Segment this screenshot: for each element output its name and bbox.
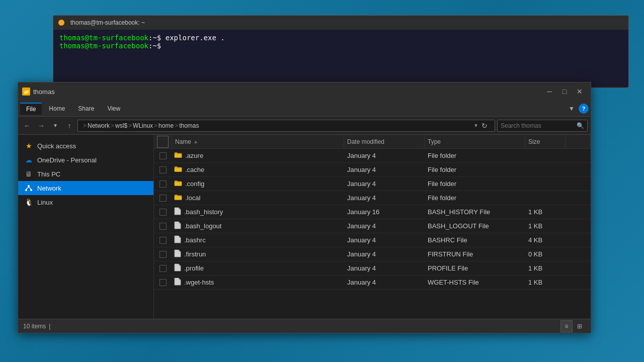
- search-box[interactable]: 🔍: [497, 120, 588, 132]
- refresh-button[interactable]: ↻: [478, 120, 491, 132]
- up-button[interactable]: ↑: [63, 120, 75, 132]
- breadcrumb-wlinux[interactable]: WLinux: [133, 122, 153, 129]
- breadcrumb-home[interactable]: home: [158, 122, 174, 129]
- terminal-body: thomas@tm-surfacebook:~$ explorer.exe . …: [53, 30, 628, 54]
- address-bar: ← → ▼ ↑ > Network > wsl$ > WLinux > home…: [18, 117, 591, 135]
- file-date: January 4: [344, 194, 425, 202]
- table-row[interactable]: .bash_history January 16 BASH_HISTORY Fi…: [154, 205, 591, 219]
- row-checkbox[interactable]: [159, 180, 167, 188]
- row-checkbox[interactable]: [159, 223, 167, 230]
- file-icon: [174, 235, 181, 245]
- row-checkbox[interactable]: [159, 251, 167, 258]
- row-checkbox[interactable]: [159, 209, 167, 216]
- table-row[interactable]: .azure January 4 File folder: [154, 149, 591, 163]
- row-checkbox-cell: [154, 195, 172, 202]
- ribbon-expand-button[interactable]: ▼: [566, 103, 578, 115]
- sidebar-label-quick-access: Quick access: [37, 142, 76, 150]
- sidebar-item-onedrive[interactable]: ☁ OneDrive - Personal: [18, 153, 153, 167]
- row-checkbox[interactable]: [159, 152, 167, 159]
- select-all-checkbox[interactable]: [157, 136, 169, 148]
- table-row[interactable]: .bash_logout January 4 BASH_LOGOUT File …: [154, 219, 591, 233]
- recent-button[interactable]: ▼: [49, 120, 61, 132]
- row-checkbox[interactable]: [159, 166, 167, 173]
- row-checkbox[interactable]: [159, 265, 167, 272]
- file-type: File folder: [425, 180, 525, 188]
- tiles-view-button[interactable]: ⊞: [574, 320, 586, 332]
- breadcrumb-network[interactable]: Network: [88, 122, 110, 129]
- table-row[interactable]: .cache January 4 File folder: [154, 163, 591, 177]
- sidebar-item-quick-access[interactable]: ★ Quick access: [18, 139, 153, 153]
- explorer-titlebar: 📁 thomas ─ □ ✕: [18, 82, 591, 101]
- svg-line-3: [26, 187, 29, 189]
- close-button[interactable]: ✕: [573, 84, 587, 99]
- minimize-button[interactable]: ─: [542, 84, 556, 99]
- type-header-label: Type: [428, 138, 441, 145]
- file-date: January 4: [344, 222, 425, 230]
- file-name-cell: .local: [172, 194, 344, 202]
- terminal-prompt-2: thomas@tm-surfacebook: [59, 42, 148, 50]
- terminal-line-1: thomas@tm-surfacebook:~$ explorer.exe .: [59, 34, 622, 42]
- svg-point-2: [30, 189, 32, 191]
- row-checkbox-cell: [154, 180, 172, 188]
- file-name-cell: .bash_logout: [172, 221, 344, 231]
- row-checkbox-cell: [154, 209, 172, 216]
- file-list: Name ▲ Date modified Type Size: [154, 135, 591, 319]
- size-header[interactable]: Size: [525, 135, 566, 148]
- breadcrumb-wsl[interactable]: wsl$: [115, 122, 127, 129]
- file-size: 1 KB: [525, 264, 566, 272]
- table-row[interactable]: .local January 4 File folder: [154, 191, 591, 205]
- maximize-button[interactable]: □: [557, 84, 572, 99]
- file-icon: [174, 278, 181, 287]
- terminal-titlebar: thomas@tm-surfacebook: ~: [53, 16, 628, 30]
- file-date: January 4: [344, 250, 425, 258]
- file-name: .profile: [184, 264, 204, 272]
- folder-icon: [174, 165, 182, 174]
- address-path[interactable]: > Network > wsl$ > WLinux > home > thoma…: [77, 120, 495, 132]
- tab-file[interactable]: File: [20, 103, 42, 115]
- file-icon: [174, 263, 181, 273]
- search-icon[interactable]: 🔍: [577, 122, 584, 129]
- file-type: BASH_HISTORY File: [425, 208, 525, 216]
- row-checkbox-cell: [154, 166, 172, 173]
- folder-icon: [174, 194, 182, 202]
- file-name: .azure: [185, 152, 203, 159]
- table-row[interactable]: .firstrun January 4 FIRSTRUN File 0 KB: [154, 247, 591, 261]
- tab-view[interactable]: View: [101, 103, 126, 114]
- linux-icon: 🐧: [24, 198, 33, 207]
- size-header-label: Size: [528, 138, 540, 145]
- details-view-button[interactable]: ≡: [560, 320, 573, 332]
- terminal-sep-1: :~$: [148, 34, 161, 42]
- back-button[interactable]: ←: [21, 120, 33, 132]
- date-header[interactable]: Date modified: [344, 135, 425, 148]
- breadcrumb-thomas[interactable]: thomas: [179, 122, 199, 129]
- ribbon-help-button[interactable]: ?: [579, 104, 589, 114]
- row-checkbox[interactable]: [159, 237, 167, 244]
- forward-button[interactable]: →: [35, 120, 47, 132]
- table-row[interactable]: .wget-hsts January 4 WGET-HSTS File 1 KB: [154, 276, 591, 290]
- sidebar-item-this-pc[interactable]: 🖥 This PC: [18, 167, 153, 181]
- file-name: .bashrc: [184, 236, 206, 244]
- row-checkbox[interactable]: [159, 195, 167, 202]
- file-size: 0 KB: [525, 250, 566, 258]
- tab-share[interactable]: Share: [72, 103, 100, 114]
- file-type: File folder: [425, 152, 525, 159]
- path-dropdown-icon[interactable]: ▼: [473, 123, 478, 128]
- file-name: .firstrun: [184, 250, 206, 258]
- file-date: January 4: [344, 264, 425, 272]
- file-name: .bash_history: [184, 208, 223, 216]
- file-date: January 16: [344, 208, 425, 216]
- file-size: 1 KB: [525, 208, 566, 216]
- search-input[interactable]: [501, 122, 575, 129]
- file-name: .bash_logout: [184, 222, 221, 230]
- table-row[interactable]: .config January 4 File folder: [154, 177, 591, 191]
- file-type: BASHRC File: [425, 236, 525, 244]
- row-checkbox[interactable]: [159, 279, 167, 286]
- type-header[interactable]: Type: [425, 135, 525, 148]
- tab-home[interactable]: Home: [43, 103, 71, 114]
- sidebar-item-network[interactable]: Network: [18, 181, 153, 195]
- name-header[interactable]: Name ▲: [172, 135, 344, 148]
- file-name-cell: .azure: [172, 151, 344, 160]
- table-row[interactable]: .profile January 4 PROFILE File 1 KB: [154, 261, 591, 276]
- table-row[interactable]: .bashrc January 4 BASHRC File 4 KB: [154, 233, 591, 247]
- sidebar-item-linux[interactable]: 🐧 Linux: [18, 195, 153, 209]
